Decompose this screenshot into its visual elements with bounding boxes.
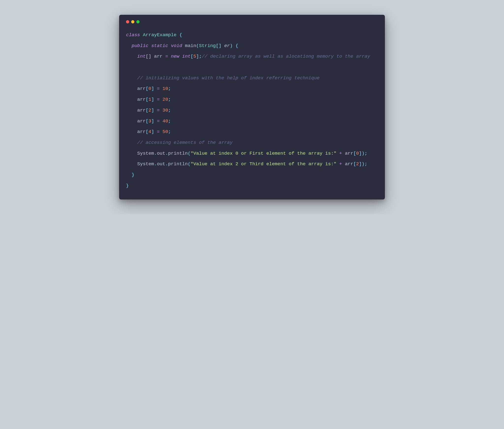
idx-0: 0: [148, 86, 151, 91]
bracket-open: [: [190, 54, 193, 59]
string-literal-1: "Value at index 0 or First element of th…: [190, 151, 336, 156]
type-int: int: [137, 54, 146, 59]
idx-4: 4: [148, 129, 151, 134]
ident-arr: arr: [137, 86, 146, 91]
ident-system: System: [137, 161, 154, 167]
idx-3: 3: [148, 118, 151, 124]
idx-2: 2: [356, 161, 359, 167]
maximize-icon[interactable]: [136, 20, 140, 23]
idx-2: 2: [148, 108, 151, 113]
method-println: println: [168, 161, 188, 167]
decl-arr: [] arr: [146, 54, 165, 59]
bracket-close-semi: ];: [196, 54, 202, 59]
ident-arr: arr: [137, 108, 146, 113]
ident-arr: arr: [345, 161, 353, 167]
val-10: 10: [160, 86, 168, 91]
window-controls: [126, 20, 378, 23]
ident-arr: arr: [137, 129, 146, 134]
idx-0: 0: [356, 151, 359, 156]
val-40: 40: [160, 118, 168, 124]
brace-close: }: [132, 172, 134, 178]
brackets: []: [216, 43, 221, 49]
ident-out: out: [157, 151, 165, 156]
keyword-void: void: [171, 43, 182, 49]
keyword-static: static: [151, 43, 168, 49]
brace-open: {: [233, 43, 238, 49]
idx-1: 1: [148, 97, 151, 102]
val-50: 50: [160, 129, 168, 134]
ident-system: System: [137, 151, 154, 156]
comment-line: // accessing elements of the array: [137, 140, 233, 145]
operator-eq: =: [165, 54, 168, 59]
code-block: class ArrayExample { public static void …: [126, 30, 378, 191]
comment-line: // declaring array as well as alocationg…: [202, 54, 370, 59]
brace-open: {: [176, 32, 182, 38]
paren-close: ): [230, 43, 233, 49]
ident-arr: arr: [137, 118, 146, 124]
minimize-icon[interactable]: [131, 20, 134, 23]
operator-plus: +: [336, 161, 345, 167]
literal-5: 5: [193, 54, 196, 59]
type-int: int: [182, 54, 190, 59]
code-window: class ArrayExample { public static void …: [119, 15, 385, 199]
brace-close: }: [126, 183, 129, 188]
ident-arr: arr: [345, 151, 353, 156]
method-main: main: [185, 43, 196, 49]
operator-plus: +: [336, 151, 345, 156]
string-literal-2: "Value at index 2 or Third element of th…: [190, 161, 336, 167]
keyword-new: new: [168, 54, 182, 59]
close-icon[interactable]: [126, 20, 129, 23]
ident-out: out: [157, 161, 165, 167]
method-println: println: [168, 151, 188, 156]
comment-line: // initializing values with the help of …: [137, 75, 320, 81]
paren-open: (: [196, 43, 199, 49]
ident-arr: arr: [137, 97, 146, 102]
keyword-class: class: [126, 32, 140, 38]
val-30: 30: [160, 108, 168, 113]
param-er: er: [221, 43, 230, 49]
keyword-public: public: [132, 43, 148, 49]
class-name: ArrayExample: [143, 32, 176, 38]
val-20: 20: [160, 97, 168, 102]
type-string: String: [199, 43, 216, 49]
